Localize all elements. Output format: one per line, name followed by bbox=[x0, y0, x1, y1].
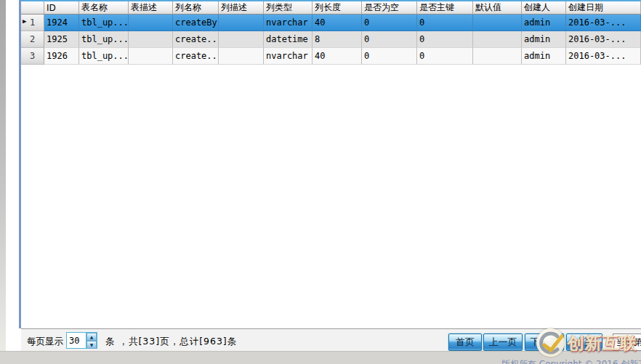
col-header-table-desc[interactable]: 表描述 bbox=[129, 1, 173, 15]
cell-default-value[interactable] bbox=[473, 31, 522, 48]
col-header-nullable[interactable]: 是否为空 bbox=[362, 1, 417, 15]
page-size-label: 每页显示 bbox=[27, 336, 63, 348]
data-grid-area: ID 表名称 表描述 列名称 列描述 列类型 列长度 是否为空 是否主键 默认值… bbox=[21, 1, 641, 328]
cell-column-length[interactable]: 8 bbox=[313, 31, 362, 48]
col-header-column-desc[interactable]: 列描述 bbox=[219, 1, 264, 15]
cell-table-desc[interactable] bbox=[129, 31, 173, 48]
cell-table-desc[interactable] bbox=[129, 15, 173, 31]
col-header-create-date[interactable]: 创建日期 bbox=[566, 1, 641, 15]
cell-table-desc[interactable] bbox=[129, 48, 173, 65]
spinner-down-icon[interactable]: ▼ bbox=[86, 341, 97, 349]
table-row: 2 1925 tbl_up... create... datetime 8 0 … bbox=[21, 31, 641, 48]
cell-create-date[interactable]: 2016-03-... bbox=[566, 31, 641, 48]
row-header[interactable]: 3 bbox=[21, 48, 44, 65]
cell-default-value[interactable] bbox=[473, 15, 522, 31]
table-row: ▶1 1924 tbl_up... createBy nvarchar 40 0… bbox=[21, 15, 641, 31]
table-row: 3 1926 tbl_up... create... nvarchar 40 0… bbox=[21, 48, 641, 65]
cell-primary-key[interactable]: 0 bbox=[417, 15, 473, 31]
cell-creator[interactable]: admin bbox=[522, 31, 566, 48]
row-header[interactable]: 2 bbox=[21, 31, 44, 48]
cell-create-date[interactable]: 2016-03-... bbox=[566, 15, 641, 31]
row-number: 1 bbox=[30, 17, 35, 28]
prev-page-button[interactable]: 上一页 bbox=[483, 333, 523, 351]
cell-nullable[interactable]: 0 bbox=[362, 31, 417, 48]
col-header-default-value[interactable]: 默认值 bbox=[473, 1, 522, 15]
cell-table-name[interactable]: tbl_up... bbox=[79, 48, 129, 65]
cell-nullable[interactable]: 0 bbox=[362, 15, 417, 31]
cell-column-type[interactable]: nvarchar bbox=[264, 15, 313, 31]
cell-column-desc[interactable] bbox=[219, 48, 264, 65]
watermark: 创新互联 bbox=[534, 327, 641, 362]
cell-table-name[interactable]: tbl_up... bbox=[79, 15, 129, 31]
cell-primary-key[interactable]: 0 bbox=[417, 31, 473, 48]
cell-creator[interactable]: admin bbox=[522, 48, 566, 65]
grid-corner-cell[interactable] bbox=[21, 1, 44, 15]
app-window: { "grid": { "columns": ["ID", "表名称", "表描… bbox=[0, 0, 641, 364]
cell-creator[interactable]: admin bbox=[522, 15, 566, 31]
col-header-column-length[interactable]: 列长度 bbox=[313, 1, 362, 15]
cell-primary-key[interactable]: 0 bbox=[417, 48, 473, 65]
window-left-edge bbox=[0, 0, 6, 351]
col-header-column-name[interactable]: 列名称 bbox=[173, 1, 219, 15]
spinner-up-icon[interactable]: ▲ bbox=[86, 333, 97, 341]
cell-column-desc[interactable] bbox=[219, 15, 264, 31]
cell-nullable[interactable]: 0 bbox=[362, 48, 417, 65]
cell-table-name[interactable]: tbl_up... bbox=[79, 31, 129, 48]
grid-header-row: ID 表名称 表描述 列名称 列描述 列类型 列长度 是否为空 是否主键 默认值… bbox=[21, 1, 641, 15]
first-page-button[interactable]: 首页 bbox=[448, 333, 482, 351]
cell-column-name[interactable]: create... bbox=[173, 48, 219, 65]
row-header[interactable]: ▶1 bbox=[21, 15, 44, 31]
cell-column-type[interactable]: nvarchar bbox=[264, 48, 313, 65]
cell-create-date[interactable]: 2016-03-... bbox=[566, 48, 641, 65]
row-number: 3 bbox=[30, 51, 35, 61]
cell-column-type[interactable]: datetime bbox=[264, 31, 313, 48]
page-size-stepper[interactable]: ▲ ▼ bbox=[66, 332, 97, 349]
cell-column-name[interactable]: create... bbox=[173, 31, 219, 48]
pagination-summary: 条 ，共[33]页，总计[963]条 bbox=[105, 336, 237, 348]
cell-default-value[interactable] bbox=[473, 48, 522, 65]
col-header-id[interactable]: ID bbox=[44, 1, 79, 15]
cell-id[interactable]: 1924 bbox=[44, 15, 79, 31]
watermark-logo-icon bbox=[536, 328, 565, 357]
col-header-column-type[interactable]: 列类型 bbox=[264, 1, 313, 15]
data-grid: ID 表名称 表描述 列名称 列描述 列类型 列长度 是否为空 是否主键 默认值… bbox=[21, 1, 641, 65]
cell-id[interactable]: 1925 bbox=[44, 31, 79, 48]
col-header-primary-key[interactable]: 是否主键 bbox=[417, 1, 473, 15]
col-header-table-name[interactable]: 表名称 bbox=[79, 1, 129, 15]
cell-column-desc[interactable] bbox=[219, 31, 264, 48]
cell-column-name[interactable]: createBy bbox=[173, 15, 219, 31]
current-row-arrow-icon: ▶ bbox=[23, 17, 26, 25]
page-size-input[interactable] bbox=[67, 333, 86, 348]
cell-column-length[interactable]: 40 bbox=[313, 48, 362, 65]
col-header-creator[interactable]: 创建人 bbox=[522, 1, 566, 15]
cell-id[interactable]: 1926 bbox=[44, 48, 79, 65]
watermark-brand-text: 创新互联 bbox=[568, 332, 637, 355]
cell-column-length[interactable]: 40 bbox=[313, 15, 362, 31]
row-number: 2 bbox=[30, 34, 35, 44]
